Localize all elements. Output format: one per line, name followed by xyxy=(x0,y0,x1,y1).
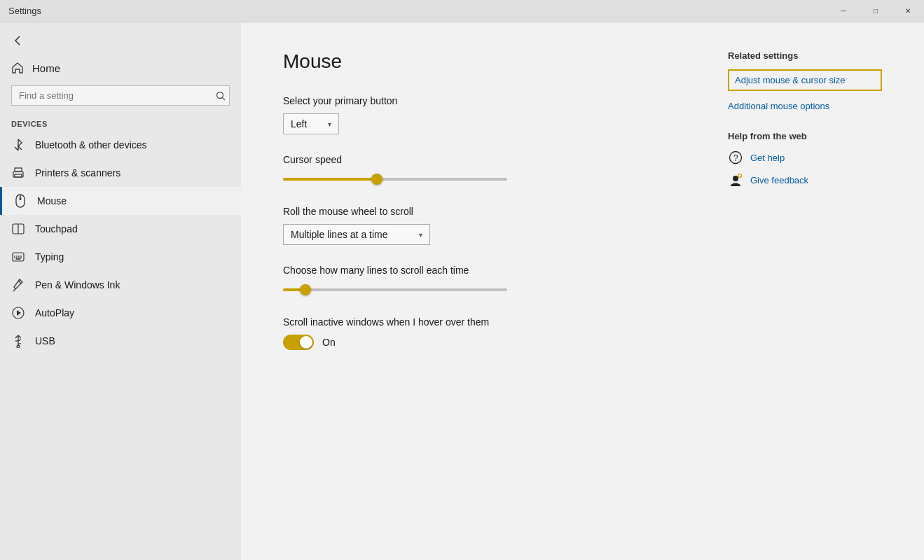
autoplay-icon xyxy=(11,306,25,320)
printer-icon xyxy=(11,166,25,180)
scroll-wheel-value: Multiple lines at a time xyxy=(291,229,388,240)
mouse-icon xyxy=(13,194,27,208)
sidebar-item-printers[interactable]: Printers & scanners xyxy=(0,159,241,187)
svg-line-16 xyxy=(18,281,21,284)
scroll-lines-row: Choose how many lines to scroll each tim… xyxy=(283,265,686,297)
titlebar-left: Settings xyxy=(6,6,41,16)
svg-point-28 xyxy=(733,176,738,181)
scroll-wheel-label: Roll the mouse wheel to scroll xyxy=(283,206,686,217)
svg-point-0 xyxy=(217,92,223,98)
search-input[interactable] xyxy=(11,85,230,106)
scroll-inactive-toggle-row: On xyxy=(283,335,686,350)
sidebar-item-touchpad[interactable]: Touchpad xyxy=(0,215,241,243)
sidebar: Home Devices Bluetooth & other devices xyxy=(0,22,241,560)
scroll-wheel-chevron-icon: ▾ xyxy=(419,231,422,239)
toggle-knob xyxy=(300,336,312,349)
give-feedback-item[interactable]: Give feedback xyxy=(728,172,882,188)
home-label: Home xyxy=(32,62,60,74)
app-window: Home Devices Bluetooth & other devices xyxy=(0,22,924,560)
sidebar-item-mouse[interactable]: Mouse xyxy=(0,187,241,215)
svg-rect-3 xyxy=(15,168,22,172)
touchpad-label: Touchpad xyxy=(35,223,78,234)
dropdown-chevron-icon: ▾ xyxy=(328,120,331,128)
minimize-button[interactable]: ─ xyxy=(827,0,860,22)
sidebar-item-autoplay[interactable]: AutoPlay xyxy=(0,299,241,327)
primary-button-value: Left xyxy=(291,118,307,130)
pen-label: Pen & Windows Ink xyxy=(35,279,120,290)
primary-button-row: Select your primary button Left ▾ xyxy=(283,95,686,134)
cursor-speed-fill xyxy=(283,178,377,181)
scroll-wheel-row: Roll the mouse wheel to scroll Multiple … xyxy=(283,206,686,245)
typing-icon xyxy=(11,250,25,264)
cursor-speed-slider[interactable] xyxy=(283,172,507,186)
sidebar-item-pen[interactable]: Pen & Windows Ink xyxy=(0,271,241,299)
bluetooth-icon xyxy=(11,138,25,152)
search-box xyxy=(11,85,230,106)
give-feedback-link[interactable]: Give feedback xyxy=(750,175,808,186)
scroll-inactive-toggle[interactable] xyxy=(283,335,314,350)
give-feedback-icon xyxy=(728,172,743,188)
usb-label: USB xyxy=(35,335,55,346)
primary-button-dropdown[interactable]: Left ▾ xyxy=(283,113,339,134)
sidebar-item-bluetooth[interactable]: Bluetooth & other devices xyxy=(0,131,241,159)
titlebar-controls: ─ □ ✕ xyxy=(827,0,924,22)
maximize-button[interactable]: □ xyxy=(860,0,892,22)
svg-point-7 xyxy=(20,197,22,200)
primary-button-label: Select your primary button xyxy=(283,95,686,106)
svg-text:?: ? xyxy=(733,153,738,163)
related-settings-title: Related settings xyxy=(728,50,882,61)
typing-label: Typing xyxy=(35,251,64,262)
main-content: Mouse Select your primary button Left ▾ … xyxy=(241,22,924,560)
mouse-label: Mouse xyxy=(37,195,67,206)
printers-label: Printers & scanners xyxy=(35,167,120,178)
scroll-lines-slider[interactable] xyxy=(283,283,507,297)
scroll-lines-track xyxy=(283,288,507,291)
sidebar-item-usb[interactable]: USB xyxy=(0,327,241,355)
titlebar: Settings ─ □ ✕ xyxy=(0,0,924,22)
right-panel: Related settings Adjust mouse & cursor s… xyxy=(728,50,882,532)
bluetooth-label: Bluetooth & other devices xyxy=(35,139,147,150)
home-icon xyxy=(11,62,24,74)
svg-rect-10 xyxy=(13,253,24,261)
scroll-lines-label: Choose how many lines to scroll each tim… xyxy=(283,265,686,276)
svg-rect-4 xyxy=(15,174,22,177)
page-title: Mouse xyxy=(283,50,686,73)
svg-line-1 xyxy=(223,97,226,100)
pen-icon xyxy=(11,278,25,292)
cursor-speed-label: Cursor speed xyxy=(283,154,686,165)
scroll-wheel-dropdown[interactable]: Multiple lines at a time ▾ xyxy=(283,224,430,245)
back-button[interactable] xyxy=(6,28,31,53)
get-help-item[interactable]: ? Get help xyxy=(728,150,882,165)
additional-mouse-link[interactable]: Additional mouse options xyxy=(728,98,882,114)
home-nav-item[interactable]: Home xyxy=(0,56,241,80)
titlebar-title: Settings xyxy=(8,6,41,16)
scroll-inactive-row: Scroll inactive windows when I hover ove… xyxy=(283,316,686,350)
close-button[interactable]: ✕ xyxy=(892,0,924,22)
scroll-inactive-value: On xyxy=(322,337,336,348)
get-help-icon: ? xyxy=(728,150,743,165)
adjust-mouse-link[interactable]: Adjust mouse & cursor size xyxy=(728,69,882,91)
scroll-inactive-label: Scroll inactive windows when I hover ove… xyxy=(283,316,686,328)
sidebar-item-typing[interactable]: Typing xyxy=(0,243,241,271)
usb-icon xyxy=(11,334,25,348)
cursor-speed-row: Cursor speed xyxy=(283,154,686,186)
cursor-speed-track xyxy=(283,178,507,181)
get-help-link[interactable]: Get help xyxy=(750,153,785,163)
devices-section-label: Devices xyxy=(0,114,241,131)
scroll-lines-thumb[interactable] xyxy=(300,284,311,295)
search-icon[interactable] xyxy=(216,91,226,101)
touchpad-icon xyxy=(11,222,25,236)
back-icon xyxy=(13,35,24,46)
help-title: Help from the web xyxy=(728,131,882,141)
cursor-speed-thumb[interactable] xyxy=(371,174,382,185)
svg-marker-18 xyxy=(17,310,21,316)
content-area: Mouse Select your primary button Left ▾ … xyxy=(283,50,686,532)
autoplay-label: AutoPlay xyxy=(35,307,74,318)
